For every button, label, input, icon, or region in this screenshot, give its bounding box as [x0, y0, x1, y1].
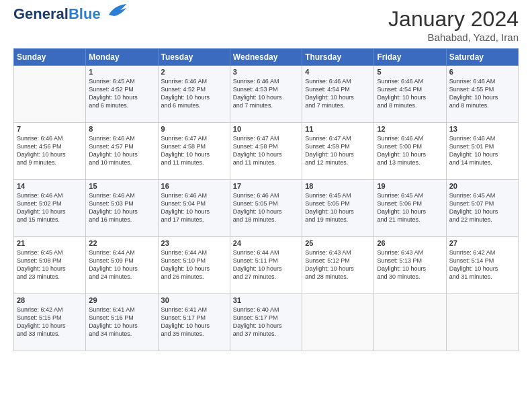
day-info: Sunrise: 6:44 AM Sunset: 5:11 PM Dayligh… [233, 248, 299, 281]
day-cell [446, 294, 518, 351]
day-cell: 31Sunrise: 6:40 AM Sunset: 5:17 PM Dayli… [230, 294, 302, 351]
day-number: 8 [89, 125, 154, 133]
day-number: 29 [89, 296, 154, 304]
day-info: Sunrise: 6:41 AM Sunset: 5:17 PM Dayligh… [161, 306, 227, 338]
day-number: 28 [17, 296, 83, 304]
day-info: Sunrise: 6:47 AM Sunset: 4:58 PM Dayligh… [161, 134, 227, 167]
day-info: Sunrise: 6:43 AM Sunset: 5:13 PM Dayligh… [377, 248, 443, 281]
day-cell: 26Sunrise: 6:43 AM Sunset: 5:13 PM Dayli… [374, 237, 446, 294]
day-cell: 11Sunrise: 6:47 AM Sunset: 4:59 PM Dayli… [302, 123, 374, 180]
day-number: 21 [17, 239, 83, 247]
day-cell: 13Sunrise: 6:46 AM Sunset: 5:01 PM Dayli… [446, 123, 518, 180]
day-number: 12 [377, 125, 443, 133]
day-number: 17 [233, 182, 299, 190]
day-info: Sunrise: 6:40 AM Sunset: 5:17 PM Dayligh… [233, 306, 299, 338]
day-number: 22 [89, 239, 154, 247]
day-info: Sunrise: 6:47 AM Sunset: 4:59 PM Dayligh… [305, 134, 371, 167]
day-info: Sunrise: 6:46 AM Sunset: 5:00 PM Dayligh… [377, 134, 443, 167]
day-cell: 9Sunrise: 6:47 AM Sunset: 4:58 PM Daylig… [158, 123, 230, 180]
day-cell: 2Sunrise: 6:46 AM Sunset: 4:52 PM Daylig… [158, 66, 230, 123]
day-number: 19 [377, 182, 443, 190]
header: GeneralBlue January 2024 Bahabad, Yazd, … [13, 7, 519, 43]
day-cell: 15Sunrise: 6:46 AM Sunset: 5:03 PM Dayli… [86, 180, 158, 237]
logo-blue: Blue [69, 5, 101, 22]
day-number: 31 [233, 296, 299, 304]
logo: GeneralBlue [13, 7, 128, 21]
day-number: 5 [377, 68, 443, 76]
day-info: Sunrise: 6:43 AM Sunset: 5:12 PM Dayligh… [305, 248, 371, 281]
day-cell: 25Sunrise: 6:43 AM Sunset: 5:12 PM Dayli… [302, 237, 374, 294]
day-cell: 5Sunrise: 6:46 AM Sunset: 4:54 PM Daylig… [374, 66, 446, 123]
week-row-0: 1Sunrise: 6:45 AM Sunset: 4:52 PM Daylig… [14, 66, 519, 123]
col-header-monday: Monday [86, 49, 158, 66]
col-header-sunday: Sunday [14, 49, 86, 66]
day-number: 24 [233, 239, 299, 247]
day-info: Sunrise: 6:47 AM Sunset: 4:58 PM Dayligh… [233, 134, 299, 167]
day-info: Sunrise: 6:46 AM Sunset: 4:54 PM Dayligh… [305, 77, 371, 110]
day-number: 27 [449, 239, 515, 247]
day-cell [14, 66, 86, 123]
day-number: 2 [161, 68, 227, 76]
month-year: January 2024 [388, 7, 519, 32]
day-cell: 21Sunrise: 6:45 AM Sunset: 5:08 PM Dayli… [14, 237, 86, 294]
day-cell [302, 294, 374, 351]
week-row-2: 14Sunrise: 6:46 AM Sunset: 5:02 PM Dayli… [14, 180, 519, 237]
day-info: Sunrise: 6:46 AM Sunset: 4:56 PM Dayligh… [17, 134, 83, 167]
day-cell: 16Sunrise: 6:46 AM Sunset: 5:04 PM Dayli… [158, 180, 230, 237]
day-number: 6 [449, 68, 515, 76]
day-info: Sunrise: 6:45 AM Sunset: 5:06 PM Dayligh… [377, 191, 443, 224]
day-info: Sunrise: 6:46 AM Sunset: 5:03 PM Dayligh… [89, 191, 154, 224]
col-header-saturday: Saturday [446, 49, 518, 66]
title-block: January 2024 Bahabad, Yazd, Iran [388, 7, 519, 43]
day-info: Sunrise: 6:46 AM Sunset: 5:05 PM Dayligh… [233, 191, 299, 224]
day-info: Sunrise: 6:44 AM Sunset: 5:10 PM Dayligh… [161, 248, 227, 281]
day-info: Sunrise: 6:46 AM Sunset: 4:52 PM Dayligh… [161, 77, 227, 110]
day-info: Sunrise: 6:41 AM Sunset: 5:16 PM Dayligh… [89, 306, 154, 338]
day-cell: 23Sunrise: 6:44 AM Sunset: 5:10 PM Dayli… [158, 237, 230, 294]
day-cell: 12Sunrise: 6:46 AM Sunset: 5:00 PM Dayli… [374, 123, 446, 180]
day-info: Sunrise: 6:46 AM Sunset: 4:54 PM Dayligh… [377, 77, 443, 110]
calendar-table: SundayMondayTuesdayWednesdayThursdayFrid… [13, 48, 519, 351]
day-info: Sunrise: 6:42 AM Sunset: 5:14 PM Dayligh… [449, 248, 515, 281]
day-number: 9 [161, 125, 227, 133]
day-cell: 17Sunrise: 6:46 AM Sunset: 5:05 PM Dayli… [230, 180, 302, 237]
day-cell: 14Sunrise: 6:46 AM Sunset: 5:02 PM Dayli… [14, 180, 86, 237]
day-cell: 29Sunrise: 6:41 AM Sunset: 5:16 PM Dayli… [86, 294, 158, 351]
day-number: 13 [449, 125, 515, 133]
day-cell: 22Sunrise: 6:44 AM Sunset: 5:09 PM Dayli… [86, 237, 158, 294]
col-header-tuesday: Tuesday [158, 49, 230, 66]
header-row: SundayMondayTuesdayWednesdayThursdayFrid… [14, 49, 519, 66]
day-info: Sunrise: 6:46 AM Sunset: 5:04 PM Dayligh… [161, 191, 227, 224]
day-cell: 19Sunrise: 6:45 AM Sunset: 5:06 PM Dayli… [374, 180, 446, 237]
day-cell: 3Sunrise: 6:46 AM Sunset: 4:53 PM Daylig… [230, 66, 302, 123]
day-info: Sunrise: 6:44 AM Sunset: 5:09 PM Dayligh… [89, 248, 154, 281]
day-cell: 4Sunrise: 6:46 AM Sunset: 4:54 PM Daylig… [302, 66, 374, 123]
day-cell: 20Sunrise: 6:45 AM Sunset: 5:07 PM Dayli… [446, 180, 518, 237]
day-info: Sunrise: 6:46 AM Sunset: 4:57 PM Dayligh… [89, 134, 154, 167]
logo-general: General [13, 5, 69, 22]
day-info: Sunrise: 6:42 AM Sunset: 5:15 PM Dayligh… [17, 306, 83, 338]
day-number: 18 [305, 182, 371, 190]
day-cell: 7Sunrise: 6:46 AM Sunset: 4:56 PM Daylig… [14, 123, 86, 180]
day-cell: 18Sunrise: 6:45 AM Sunset: 5:05 PM Dayli… [302, 180, 374, 237]
day-cell: 27Sunrise: 6:42 AM Sunset: 5:14 PM Dayli… [446, 237, 518, 294]
col-header-friday: Friday [374, 49, 446, 66]
day-info: Sunrise: 6:45 AM Sunset: 5:05 PM Dayligh… [305, 191, 371, 224]
day-info: Sunrise: 6:45 AM Sunset: 5:07 PM Dayligh… [449, 191, 515, 224]
day-info: Sunrise: 6:45 AM Sunset: 4:52 PM Dayligh… [89, 77, 154, 110]
day-cell: 1Sunrise: 6:45 AM Sunset: 4:52 PM Daylig… [86, 66, 158, 123]
day-info: Sunrise: 6:45 AM Sunset: 5:08 PM Dayligh… [17, 248, 83, 281]
day-number: 10 [233, 125, 299, 133]
day-info: Sunrise: 6:46 AM Sunset: 5:01 PM Dayligh… [449, 134, 515, 167]
day-number: 23 [161, 239, 227, 247]
week-row-3: 21Sunrise: 6:45 AM Sunset: 5:08 PM Dayli… [14, 237, 519, 294]
location: Bahabad, Yazd, Iran [388, 32, 519, 43]
day-info: Sunrise: 6:46 AM Sunset: 5:02 PM Dayligh… [17, 191, 83, 224]
day-number: 3 [233, 68, 299, 76]
week-row-4: 28Sunrise: 6:42 AM Sunset: 5:15 PM Dayli… [14, 294, 519, 351]
col-header-thursday: Thursday [302, 49, 374, 66]
day-number: 25 [305, 239, 371, 247]
day-number: 1 [89, 68, 154, 76]
day-cell: 24Sunrise: 6:44 AM Sunset: 5:11 PM Dayli… [230, 237, 302, 294]
week-row-1: 7Sunrise: 6:46 AM Sunset: 4:56 PM Daylig… [14, 123, 519, 180]
